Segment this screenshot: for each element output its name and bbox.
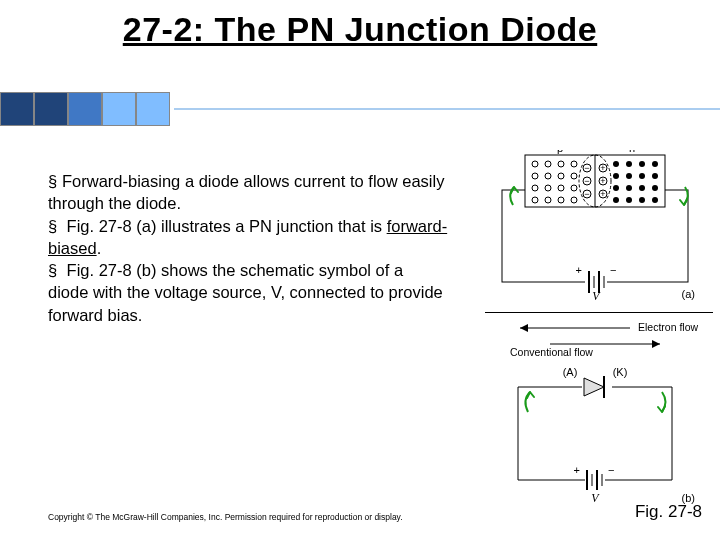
title-zone: 27-2: The PN Junction Diode — [0, 10, 720, 49]
figure-a: − − − + + + p n + − V — [490, 150, 700, 300]
svg-text:−: − — [608, 464, 614, 476]
svg-point-25 — [626, 173, 632, 179]
bullet-icon: § — [48, 259, 62, 281]
slide: 27-2: The PN Junction Diode §Forward-bia… — [0, 0, 720, 540]
decor-bar — [0, 90, 720, 128]
svg-point-30 — [639, 185, 645, 191]
svg-text:+: + — [600, 176, 605, 186]
sublabel-a: (a) — [682, 288, 695, 300]
svg-text:+: + — [576, 264, 582, 276]
svg-marker-58 — [652, 340, 660, 348]
svg-point-27 — [652, 173, 658, 179]
bullet-line: § Fig. 27-8 (b) shows the schematic symb… — [48, 259, 448, 326]
svg-point-28 — [613, 185, 619, 191]
svg-text:−: − — [584, 163, 589, 173]
voltage-label-b: V — [591, 491, 600, 505]
electron-flow-label: Electron flow — [638, 321, 699, 333]
svg-text:+: + — [600, 189, 605, 199]
copyright-text: Copyright © The McGraw-Hill Companies, I… — [48, 512, 403, 522]
bullet-line: § Fig. 27-8 (a) illustrates a PN junctio… — [48, 215, 448, 260]
svg-point-31 — [652, 185, 658, 191]
bullet-icon: § — [48, 170, 62, 192]
pn-junction-svg: − − − + + + p n + − V — [490, 150, 700, 300]
svg-text:+: + — [574, 464, 580, 476]
svg-point-20 — [613, 161, 619, 167]
anode-label: (A) — [563, 366, 578, 378]
svg-point-29 — [626, 185, 632, 191]
svg-marker-56 — [520, 324, 528, 332]
figure-b: (A) (K) + − V (b) — [490, 362, 700, 507]
decor-square-icon — [68, 92, 102, 126]
figure-caption: Fig. 27-8 — [635, 502, 702, 522]
figure-separator — [485, 312, 713, 313]
bullet-icon: § — [48, 215, 62, 237]
conventional-flow-label: Conventional flow — [510, 346, 593, 358]
svg-point-23 — [652, 161, 658, 167]
flow-legend: Electron flow Conventional flow — [490, 318, 700, 358]
bullet-text: Fig. 27-8 (b) shows the schematic symbol… — [48, 261, 443, 324]
svg-point-22 — [639, 161, 645, 167]
decor-square-icon — [102, 92, 136, 126]
body-text-block: §Forward-biasing a diode allows current … — [48, 170, 448, 326]
svg-point-24 — [613, 173, 619, 179]
svg-point-21 — [626, 161, 632, 167]
svg-point-33 — [626, 197, 632, 203]
bullet-line: §Forward-biasing a diode allows current … — [48, 170, 448, 215]
cathode-label: (K) — [613, 366, 628, 378]
decor-square-icon — [34, 92, 68, 126]
decor-square-icon — [136, 92, 170, 126]
slide-title: 27-2: The PN Junction Diode — [0, 10, 720, 49]
svg-point-26 — [639, 173, 645, 179]
svg-text:+: + — [600, 163, 605, 173]
svg-point-34 — [639, 197, 645, 203]
p-label: p — [557, 150, 563, 154]
bullet-text: Fig. 27-8 (a) illustrates a PN junction … — [62, 217, 387, 235]
svg-text:−: − — [584, 189, 589, 199]
bullet-text: . — [97, 239, 102, 257]
bullet-text: Forward-biasing a diode allows current t… — [48, 172, 444, 212]
svg-text:−: − — [610, 264, 616, 276]
svg-point-35 — [652, 197, 658, 203]
n-label: n — [629, 150, 635, 154]
svg-point-32 — [613, 197, 619, 203]
decor-rule — [174, 108, 720, 110]
svg-text:−: − — [584, 176, 589, 186]
decor-square-icon — [0, 92, 34, 126]
